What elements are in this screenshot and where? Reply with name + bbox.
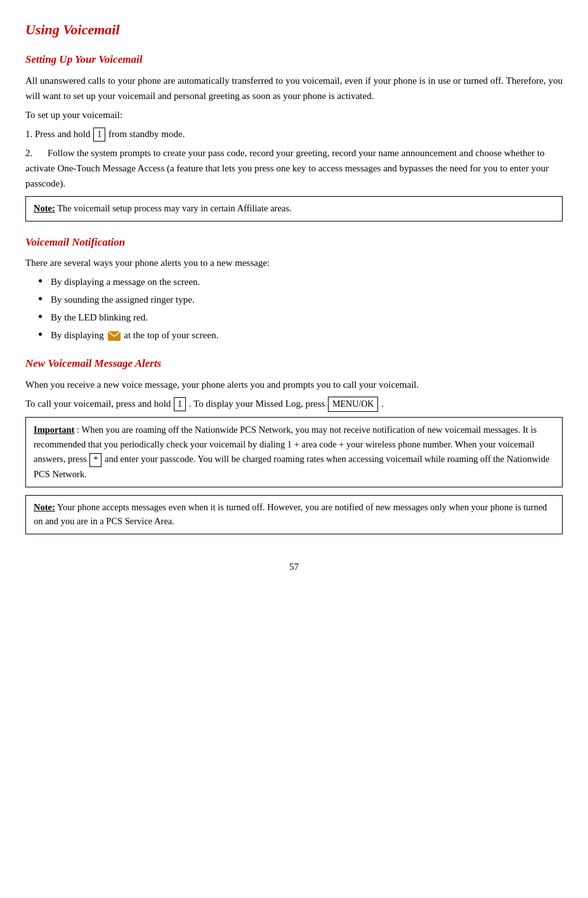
section-notification: Voicemail Notification There are several… <box>25 234 563 343</box>
page-number: 57 <box>25 560 563 574</box>
section-alerts-title: New Voicemail Message Alerts <box>25 355 563 372</box>
alerts-note-label: Note: <box>34 502 55 512</box>
section-notification-title: Voicemail Notification <box>25 234 563 251</box>
bullet-1: By displaying a message on the screen. <box>38 274 563 289</box>
call-text-after: . <box>381 399 384 409</box>
menu-ok-box: MENU/OK <box>328 397 378 412</box>
key-1-box: 1 <box>93 128 105 142</box>
alerts-para-1: When you receive a new voice message, yo… <box>25 377 563 392</box>
setup-para-1: All unanswered calls to your phone are a… <box>25 73 563 103</box>
notification-intro: There are several ways your phone alerts… <box>25 255 563 270</box>
important-label: Important <box>34 425 74 435</box>
call-voicemail-instruction: To call your voicemail, press and hold 1… <box>25 396 563 412</box>
section-alerts: New Voicemail Message Alerts When you re… <box>25 355 563 534</box>
alerts-note-text: Your phone accepts messages even when it… <box>34 502 547 526</box>
step1-number: 1. <box>25 129 32 139</box>
section-setup: Setting Up Your Voicemail All unanswered… <box>25 51 563 221</box>
setup-step-1: 1. Press and hold 1 from standby mode. <box>25 126 563 142</box>
step2-indent: Follow the system prompts to create your… <box>25 148 549 188</box>
setup-note-box: Note: The voicemail setup process may va… <box>25 196 563 221</box>
setup-step-2: 2. Follow the system prompts to create y… <box>25 145 563 191</box>
bullet-4: By displaying at the top of your screen. <box>38 327 563 343</box>
envelope-icon <box>107 330 124 340</box>
call-text-middle: . To display your Missed Log, press <box>189 399 325 409</box>
step2-number: 2. <box>25 148 32 158</box>
step1-text-after: from standby mode. <box>108 129 185 139</box>
important-star-box: * <box>89 453 101 467</box>
alerts-important-box: Important : When you are roaming off the… <box>25 417 563 487</box>
setup-note-text: The voicemail setup process may vary in … <box>57 203 291 213</box>
section-setup-title: Setting Up Your Voicemail <box>25 51 563 68</box>
important-text2: and enter your passcode. You will be cha… <box>34 454 549 479</box>
setup-para-2: To set up your voicemail: <box>25 107 563 122</box>
call-text-before: To call your voicemail, press and hold <box>25 399 171 409</box>
alerts-note-box: Note: Your phone accepts messages even w… <box>25 495 563 534</box>
setup-note-label: Note: <box>34 203 55 213</box>
bullet-2: By sounding the assigned ringer type. <box>38 292 563 307</box>
bullet-4-after: at the top of your screen. <box>124 330 218 340</box>
bullet-4-text: By displaying <box>51 330 104 340</box>
bullet-3: By the LED blinking red. <box>38 310 563 325</box>
page-title: Using Voicemail <box>25 19 563 40</box>
step1-text-before: Press and hold <box>35 129 91 139</box>
notification-bullets: By displaying a message on the screen. B… <box>25 274 563 343</box>
call-key-box: 1 <box>174 397 186 411</box>
